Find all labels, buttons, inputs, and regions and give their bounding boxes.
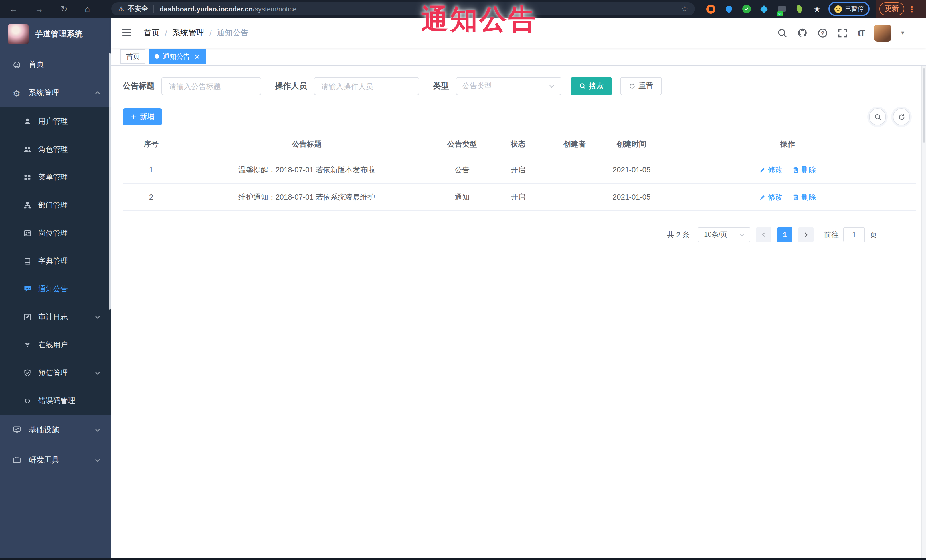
- forward-icon[interactable]: →: [35, 5, 43, 13]
- page-number-button[interactable]: 1: [777, 227, 793, 242]
- page-scrollbar[interactable]: [921, 66, 926, 558]
- github-icon[interactable]: [797, 27, 808, 38]
- toggle-search-button[interactable]: [869, 108, 886, 125]
- help-icon[interactable]: ?: [818, 28, 828, 38]
- sidebar-item-home[interactable]: 首页: [0, 50, 111, 79]
- dictionary-icon: [23, 256, 32, 266]
- sidebar-logo[interactable]: 芋道管理系统: [0, 18, 111, 50]
- edit-label: 修改: [768, 192, 782, 202]
- notice-title-input[interactable]: [162, 77, 261, 95]
- cell-title: 维护通知：2018-07-01 若依系统凌晨维护: [180, 183, 434, 211]
- users-icon: [23, 145, 32, 154]
- sidebar-item-notice[interactable]: 通知公告: [0, 275, 111, 303]
- sidebar-item-label: 短信管理: [38, 368, 68, 378]
- sidebar-item-dict-mgmt[interactable]: 字典管理: [0, 247, 111, 275]
- profile-paused-badge[interactable]: 已暂停: [828, 2, 870, 16]
- extension-gem-icon[interactable]: [760, 4, 769, 14]
- goto-page-input[interactable]: [843, 227, 865, 242]
- search-button[interactable]: 搜索: [570, 77, 612, 95]
- sidebar-item-infrastructure[interactable]: 基础设施: [0, 415, 111, 445]
- audit-log-icon: [23, 312, 32, 322]
- url-path: /system/notice: [253, 5, 297, 13]
- navbar-actions: ? tT ▾: [778, 24, 926, 41]
- next-page-button[interactable]: [798, 227, 814, 242]
- tab-home[interactable]: 首页: [120, 49, 145, 64]
- sidebar-item-online-users[interactable]: 在线用户: [0, 331, 111, 359]
- sidebar-item-label: 研发工具: [29, 455, 59, 465]
- warning-icon: ⚠: [118, 5, 124, 13]
- operator-input[interactable]: [314, 77, 419, 95]
- bookmark-icon[interactable]: ☆: [681, 5, 688, 13]
- reload-icon[interactable]: ↻: [61, 5, 68, 13]
- delete-label: 删除: [801, 165, 816, 175]
- sidebar-scrollbar[interactable]: [109, 53, 111, 309]
- sidebar-item-user-mgmt[interactable]: 用户管理: [0, 107, 111, 135]
- update-button[interactable]: 更新: [879, 2, 904, 15]
- browser-menu-icon[interactable]: ⋮: [908, 4, 916, 14]
- sidebar-item-menu-mgmt[interactable]: 菜单管理: [0, 163, 111, 191]
- cell-status: 开启: [491, 183, 545, 211]
- logo-avatar: [8, 24, 29, 44]
- dashboard-icon: [12, 60, 21, 69]
- sidebar-item-dept-mgmt[interactable]: 部门管理: [0, 191, 111, 219]
- active-tab-dot: [154, 54, 159, 59]
- sidebar-item-system[interactable]: ⚙ 系统管理: [0, 79, 111, 107]
- col-index: 序号: [123, 133, 180, 156]
- sidebar-item-audit-log[interactable]: 审计日志: [0, 303, 111, 331]
- col-status: 状态: [491, 133, 545, 156]
- badge-icon: [23, 228, 32, 237]
- refresh-button[interactable]: [893, 108, 910, 125]
- window-edge: [0, 558, 926, 560]
- extension-leaf-icon[interactable]: [795, 4, 804, 14]
- tab-notice[interactable]: 通知公告: [149, 49, 206, 64]
- edit-link[interactable]: 修改: [759, 165, 782, 175]
- col-title: 公告标题: [180, 133, 434, 156]
- font-size-icon[interactable]: tT: [858, 28, 865, 38]
- browser-nav: ← → ↻ ⌂: [0, 5, 90, 13]
- scrollbar-thumb[interactable]: [923, 68, 925, 143]
- extension-columns-icon[interactable]: on: [777, 4, 786, 14]
- table-row: 2 维护通知：2018-07-01 若依系统凌晨维护 通知 开启 2021-01…: [123, 183, 916, 211]
- filter-type-label: 类型: [433, 81, 449, 91]
- search-icon[interactable]: [778, 28, 788, 38]
- extension-star-icon[interactable]: ★: [813, 4, 822, 14]
- col-type: 公告类型: [434, 133, 491, 156]
- screen: ← → ↻ ⌂ ⚠ 不安全 dashboard.yudao.iocoder.cn…: [0, 0, 926, 560]
- page-size-select[interactable]: 10条/页: [698, 227, 750, 242]
- filter-title-label: 公告标题: [123, 81, 154, 91]
- back-icon[interactable]: ←: [9, 5, 18, 13]
- close-icon[interactable]: [194, 53, 200, 60]
- cell-created: 2021-01-05: [604, 156, 660, 183]
- sidebar-item-sms-mgmt[interactable]: 短信管理: [0, 359, 111, 386]
- reset-button[interactable]: 重置: [620, 77, 662, 95]
- delete-link[interactable]: 删除: [793, 192, 816, 202]
- notice-type-select[interactable]: 公告类型: [456, 77, 561, 95]
- sidebar: 芋道管理系统 首页 ⚙ 系统管理 用户管理: [0, 18, 111, 560]
- svg-text:?: ?: [821, 30, 825, 36]
- prev-page-button[interactable]: [756, 227, 772, 242]
- app-window: 芋道管理系统 首页 ⚙ 系统管理 用户管理: [0, 18, 926, 560]
- caret-down-icon[interactable]: ▾: [901, 29, 904, 36]
- home-icon[interactable]: ⌂: [85, 5, 90, 13]
- delete-link[interactable]: 删除: [793, 165, 816, 175]
- refresh-icon: [898, 113, 905, 121]
- address-bar[interactable]: ⚠ 不安全 dashboard.yudao.iocoder.cn /system…: [111, 2, 695, 15]
- extension-pin-icon[interactable]: [724, 4, 733, 14]
- filter-form: 公告标题 操作人员 类型 公告类型 搜索: [123, 77, 916, 95]
- extension-ring-icon[interactable]: [707, 4, 716, 14]
- breadcrumb-system[interactable]: 系统管理: [172, 28, 204, 38]
- breadcrumb-home[interactable]: 首页: [144, 28, 160, 38]
- avatar[interactable]: [875, 24, 891, 41]
- extension-green-icon[interactable]: [742, 4, 751, 14]
- sidebar-item-role-mgmt[interactable]: 角色管理: [0, 135, 111, 163]
- sidebar-item-post-mgmt[interactable]: 岗位管理: [0, 219, 111, 247]
- sidebar-item-label: 基础设施: [29, 424, 59, 435]
- fullscreen-icon[interactable]: [838, 28, 848, 38]
- sidebar-item-error-code[interactable]: 错误码管理: [0, 386, 111, 415]
- breadcrumb-separator: /: [209, 28, 212, 37]
- hamburger-icon[interactable]: [120, 26, 135, 39]
- edit-link[interactable]: 修改: [759, 192, 782, 202]
- sidebar-item-dev-tools[interactable]: 研发工具: [0, 445, 111, 475]
- add-button[interactable]: 新增: [123, 108, 162, 125]
- sidebar-item-label: 角色管理: [38, 144, 68, 154]
